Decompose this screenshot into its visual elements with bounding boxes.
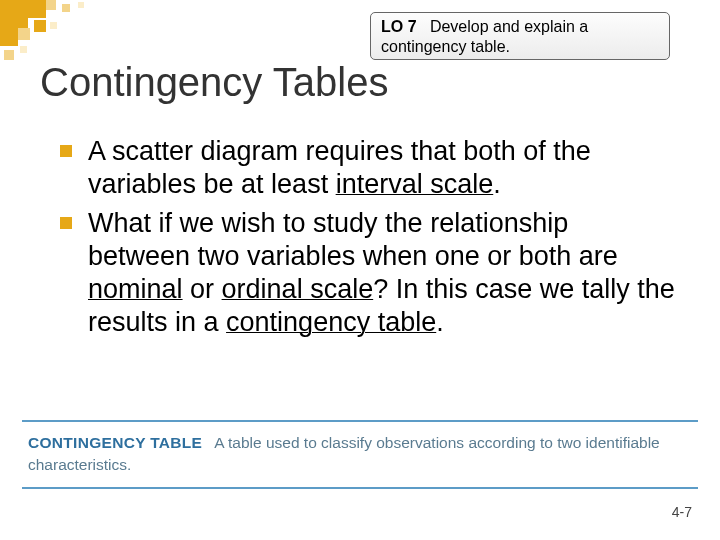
- lo-text: [421, 18, 430, 35]
- definition-term: CONTINGENCY TABLE: [28, 434, 202, 451]
- bullet-square-icon: [60, 217, 72, 229]
- bullet-1: A scatter diagram requires that both of …: [60, 135, 675, 201]
- definition-box: CONTINGENCY TABLE A table used to classi…: [22, 420, 698, 489]
- bullet-1-text-post: .: [493, 169, 501, 199]
- bullet-square-icon: [60, 145, 72, 157]
- bullet-2-a: What if we wish to study the relationshi…: [88, 208, 618, 271]
- bullet-2: What if we wish to study the relationshi…: [60, 207, 675, 339]
- learning-objective-box: LO 7 Develop and explain a contingency t…: [370, 12, 670, 60]
- lo-label: LO 7: [381, 18, 417, 35]
- bullet-2-u1: nominal: [88, 274, 183, 304]
- bullet-2-mid: or: [183, 274, 222, 304]
- slide: LO 7 Develop and explain a contingency t…: [0, 0, 720, 540]
- bullet-2-end: .: [436, 307, 444, 337]
- bullet-2-u2: ordinal scale: [222, 274, 374, 304]
- body-text: A scatter diagram requires that both of …: [60, 135, 675, 345]
- bullet-2-u3: contingency table: [226, 307, 436, 337]
- bullet-1-underline: interval scale: [336, 169, 494, 199]
- slide-number: 4-7: [672, 504, 692, 520]
- page-title: Contingency Tables: [40, 60, 388, 105]
